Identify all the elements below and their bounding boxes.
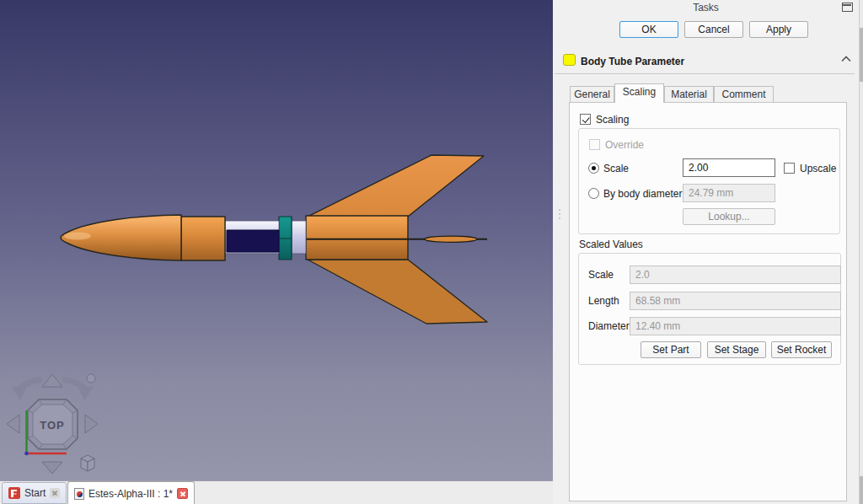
edge-on-fin-tip	[425, 236, 477, 242]
nav-cube-face-label: TOP	[40, 419, 65, 432]
scrollbar-thumb-top[interactable]	[860, 28, 863, 82]
freecad-logo-icon	[8, 487, 20, 499]
override-checkbox[interactable]	[589, 139, 600, 150]
coupler-tube	[292, 221, 306, 254]
scaled-length-value: 68.58 mm	[630, 292, 841, 310]
set-stage-button[interactable]: Set Stage	[707, 341, 766, 358]
scale-radio-label: Scale	[603, 163, 629, 174]
apply-button[interactable]: Apply	[749, 21, 808, 38]
3d-viewport[interactable]: TOP	[0, 0, 553, 480]
scrollbar-thumb-bottom[interactable]	[860, 476, 863, 504]
rocket-scene: TOP	[0, 0, 553, 480]
tab-start-label: Start	[24, 487, 46, 499]
section-title: Body Tube Parameter	[581, 56, 684, 67]
mini-cube-icon[interactable]	[81, 455, 94, 471]
tab-document[interactable]: Estes-Alpha-III : 1*	[67, 481, 195, 504]
tab-start[interactable]: Start	[2, 482, 67, 504]
tab-document-label: Estes-Alpha-III : 1*	[88, 488, 173, 500]
scaled-values-title: Scaled Values	[579, 239, 643, 250]
lookup-button[interactable]: Lookup...	[683, 208, 775, 225]
scaling-checkbox-label: Scaling	[596, 114, 629, 126]
panel-scrollbar[interactable]	[859, 0, 863, 504]
panel-float-icon[interactable]	[842, 3, 853, 12]
cancel-button[interactable]: Cancel	[684, 21, 743, 38]
scaling-tab-page: Scaling Override Scale 2.00 Upscale By b…	[569, 102, 847, 501]
set-rocket-button[interactable]: Set Rocket	[771, 341, 832, 358]
scaled-diameter-value: 12.40 mm	[630, 317, 841, 335]
tab-scaling[interactable]: Scaling	[614, 83, 664, 103]
document-tabbar: Start Estes-Alpha-III : 1*	[0, 480, 553, 504]
by-body-diameter-label: By body diameter	[603, 188, 682, 200]
tasks-panel: Tasks OK Cancel Apply Body Tube Paramete…	[553, 0, 863, 504]
scaled-diameter-label: Diameter	[588, 320, 630, 332]
z-axis-indicator	[24, 452, 29, 456]
document-icon	[74, 488, 84, 500]
scaling-options-group: Override Scale 2.00 Upscale By body diam…	[578, 128, 840, 234]
tab-start-close-icon[interactable]	[50, 488, 60, 498]
navy-band	[227, 230, 279, 252]
upscale-checkbox[interactable]	[784, 163, 795, 174]
tab-document-close-icon[interactable]	[177, 488, 188, 499]
tasks-panel-title: Tasks	[553, 2, 859, 13]
body-tube-icon	[563, 54, 576, 66]
section-separator	[555, 73, 855, 74]
diameter-input: 24.79 mm	[683, 184, 775, 202]
panel-splitter-handle[interactable]	[558, 209, 560, 226]
freecad-window: TOP Start Estes-Alpha-III : 1*	[0, 0, 863, 504]
by-body-diameter-radio[interactable]	[588, 188, 599, 199]
aft-body-tube	[306, 216, 408, 260]
tab-general[interactable]: General	[570, 86, 614, 103]
scaled-values-group: Scale 2.0 Length 68.58 mm Diameter 12.40…	[578, 253, 841, 365]
collapse-chevron-icon[interactable]	[841, 56, 851, 62]
ok-button[interactable]: OK	[619, 21, 678, 38]
tab-material[interactable]: Material	[664, 86, 714, 103]
scaled-scale-label: Scale	[588, 269, 614, 281]
scale-radio[interactable]	[588, 163, 599, 174]
scaled-scale-value: 2.0	[630, 265, 841, 284]
scaling-checkbox[interactable]	[580, 114, 591, 125]
forward-body-tube	[181, 217, 225, 260]
override-checkbox-label: Override	[605, 139, 644, 151]
nose-highlight	[64, 233, 91, 240]
scale-input[interactable]: 2.00	[683, 158, 775, 177]
scaled-length-label: Length	[588, 295, 619, 307]
set-part-button[interactable]: Set Part	[641, 341, 701, 358]
tab-comment[interactable]: Comment	[714, 86, 774, 103]
nav-dot[interactable]	[87, 374, 95, 383]
upscale-checkbox-label: Upscale	[800, 163, 836, 174]
